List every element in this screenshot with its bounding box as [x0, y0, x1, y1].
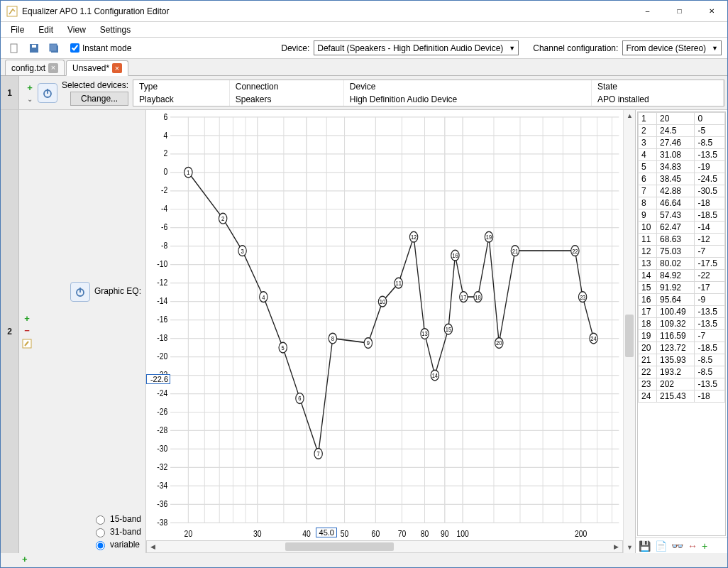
table-row[interactable]: 18109.32-13.5: [639, 318, 725, 330]
menu-view[interactable]: View: [60, 23, 93, 36]
tab-close-icon[interactable]: ×: [112, 63, 122, 73]
scroll-thumb[interactable]: [625, 315, 634, 356]
x-value-input[interactable]: [316, 528, 337, 537]
add-above-icon[interactable]: +: [27, 83, 33, 92]
chart-h-scrollbar[interactable]: ◀ ▶: [146, 540, 623, 553]
svg-text:15: 15: [446, 325, 452, 333]
scroll-thumb[interactable]: [285, 542, 394, 551]
table-row[interactable]: 534.83-19: [639, 161, 725, 173]
scroll-left-icon[interactable]: ◀: [147, 541, 159, 552]
svg-text:6: 6: [163, 111, 167, 122]
menu-edit[interactable]: Edit: [31, 23, 60, 36]
table-row[interactable]: 20123.72-18.5: [639, 342, 725, 354]
table-row[interactable]: 1200: [639, 113, 725, 125]
remove-filter-icon[interactable]: −: [24, 326, 30, 335]
svg-text:70: 70: [398, 528, 407, 540]
radio-31-band[interactable]: 31-band: [92, 526, 141, 537]
table-row[interactable]: 23202-13.5: [639, 378, 725, 390]
close-button[interactable]: ✕: [695, 1, 727, 21]
power-button[interactable]: [38, 83, 57, 103]
table-row[interactable]: 957.43-18.5: [639, 209, 725, 222]
table-row[interactable]: 1591.92-17: [639, 282, 725, 294]
tab-unsaved[interactable]: Unsaved* ×: [66, 60, 128, 76]
instant-mode-input[interactable]: [70, 43, 79, 53]
table-row[interactable]: 846.64-18: [639, 197, 725, 209]
maximize-button[interactable]: □: [663, 1, 695, 21]
table-row[interactable]: 22193.2-8.5: [639, 366, 725, 378]
channel-config-combo[interactable]: From device (Stereo) ▼: [622, 40, 722, 55]
svg-text:22: 22: [572, 247, 578, 255]
svg-text:12: 12: [411, 233, 417, 241]
scroll-right-icon[interactable]: ▶: [610, 541, 622, 552]
row-number-1: 1: [1, 76, 19, 109]
y-value-input[interactable]: [146, 374, 170, 384]
svg-text:7: 7: [317, 449, 320, 457]
svg-text:2: 2: [221, 214, 224, 222]
save-all-icon[interactable]: [46, 40, 62, 56]
svg-rect-5: [50, 44, 57, 51]
svg-text:-4: -4: [161, 203, 167, 214]
svg-text:16: 16: [452, 251, 458, 259]
svg-text:3: 3: [241, 247, 243, 255]
table-row[interactable]: 1695.64-9: [639, 294, 725, 306]
svg-text:-16: -16: [157, 314, 167, 325]
table-row[interactable]: 17100.49-13.5: [639, 306, 725, 318]
svg-text:-38: -38: [157, 517, 167, 528]
svg-text:10: 10: [380, 297, 386, 305]
menu-settings[interactable]: Settings: [93, 23, 138, 36]
scroll-down-icon[interactable]: ▼: [624, 542, 636, 553]
svg-text:-36: -36: [157, 498, 167, 510]
eq-points-table[interactable]: 1200224.5-5327.46-8.5431.08-13.5534.83-1…: [637, 111, 726, 536]
svg-text:6: 6: [298, 394, 301, 402]
table-row[interactable]: 24215.43-18: [639, 390, 725, 403]
add-filter-icon[interactable]: +: [24, 314, 30, 323]
tab-config[interactable]: config.txt ×: [5, 60, 65, 75]
table-row[interactable]: 224.5-5: [639, 125, 725, 137]
import-icon[interactable]: 📄: [655, 540, 667, 552]
save-icon[interactable]: [26, 40, 42, 56]
eq-power-button[interactable]: [70, 282, 90, 302]
device-combo[interactable]: Default (Speakers - High Definition Audi…: [314, 40, 519, 55]
change-devices-button[interactable]: Change...: [70, 92, 128, 106]
svg-text:200: 200: [575, 528, 588, 540]
svg-text:100: 100: [456, 528, 469, 540]
table-row[interactable]: 1168.63-12: [639, 234, 725, 246]
add-row-icon[interactable]: +: [22, 554, 28, 564]
table-row[interactable]: 327.46-8.5: [639, 137, 725, 149]
tab-close-icon[interactable]: ×: [48, 63, 58, 73]
table-row[interactable]: 1484.92-22: [639, 270, 725, 282]
eq-chart[interactable]: 6420-2-4-6-8-10-12-14-16-18-20-22-24-26-…: [146, 110, 623, 540]
save-points-icon[interactable]: 💾: [639, 540, 651, 552]
channel-config-label: Channel configuration:: [533, 43, 618, 53]
table-row[interactable]: 1062.47-14: [639, 222, 725, 234]
svg-text:-10: -10: [157, 258, 167, 270]
table-row[interactable]: 21135.93-8.5: [639, 354, 725, 366]
svg-text:-28: -28: [157, 425, 167, 436]
eyeglasses-icon[interactable]: 👓: [671, 540, 683, 552]
reset-icon[interactable]: ↔: [688, 540, 697, 552]
table-row[interactable]: 1380.02-17.5: [639, 258, 725, 270]
table-row[interactable]: 19116.59-7: [639, 330, 725, 342]
radio-variable[interactable]: variable: [92, 539, 141, 550]
table-row[interactable]: 431.08-13.5: [639, 149, 725, 161]
edit-icon[interactable]: [21, 338, 33, 349]
table-row[interactable]: 638.45-24.5: [639, 173, 725, 185]
menu-file[interactable]: File: [4, 23, 31, 36]
add-point-icon[interactable]: +: [702, 540, 707, 552]
toolbar: Instant mode Device: Default (Speakers -…: [1, 38, 727, 59]
table-row[interactable]: 1275.03-7: [639, 246, 725, 258]
new-file-icon[interactable]: [6, 40, 22, 56]
chart-v-scrollbar[interactable]: ▲ ▼: [623, 110, 635, 553]
selected-devices-label: Selected devices:: [62, 80, 128, 90]
chevron-down-icon[interactable]: ⌄: [27, 95, 33, 103]
table-row[interactable]: 742.88-30.5: [639, 185, 725, 197]
instant-mode-label: Instant mode: [82, 43, 131, 53]
graphic-eq-label: Graphic EQ:: [94, 286, 141, 296]
svg-text:1: 1: [187, 168, 189, 176]
instant-mode-checkbox[interactable]: Instant mode: [70, 43, 131, 53]
radio-15-band[interactable]: 15-band: [92, 513, 141, 525]
svg-text:4: 4: [262, 293, 265, 301]
scroll-up-icon[interactable]: ▲: [624, 110, 636, 121]
minimize-button[interactable]: –: [632, 1, 663, 21]
svg-text:90: 90: [441, 528, 449, 540]
